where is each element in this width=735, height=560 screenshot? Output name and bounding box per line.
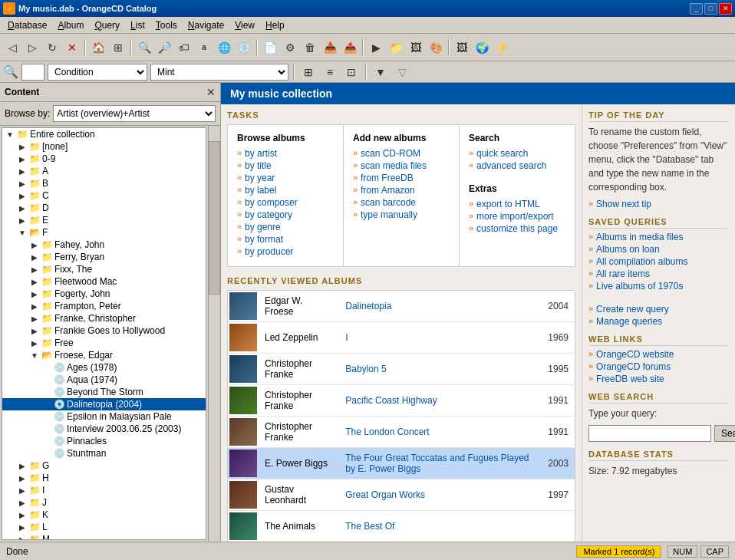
rv-row-7[interactable]: Gustav Leonhardt Great Organ Works 1997 (228, 479, 575, 511)
rv-row-5[interactable]: Christopher Franke The London Concert 19… (228, 417, 575, 448)
toolbar2-view2[interactable]: ≡ (321, 63, 339, 81)
tree-e[interactable]: ▶ 📁 E (2, 214, 206, 226)
toolbar-back[interactable]: ◁ (3, 38, 21, 57)
tree-pinnacles[interactable]: 💿 Pinnacles (2, 435, 206, 447)
tree-scrollbar-thumb[interactable] (209, 141, 220, 295)
tree-a[interactable]: ▶ 📁 A (2, 165, 206, 177)
link-freedb[interactable]: FreeDB web site (588, 374, 729, 384)
rv-row-8[interactable]: The Animals The Best Of (228, 511, 575, 542)
toolbar-folder[interactable]: 📁 (387, 38, 405, 57)
task-by-genre[interactable]: by genre (237, 222, 334, 232)
tree-m[interactable]: ▶ 📁 M (2, 533, 206, 540)
toolbar-web2[interactable]: 🌍 (473, 38, 491, 57)
browse-by-select[interactable]: Artist (overview)+Artist (53, 105, 216, 122)
toolbar2-filter2[interactable]: ▽ (393, 63, 411, 81)
task-by-composer[interactable]: by composer (237, 197, 334, 208)
left-panel-close[interactable]: ✕ (206, 86, 216, 98)
tree-root[interactable]: ▼ 📁 Entire collection (2, 128, 206, 140)
tree-k[interactable]: ▶ 📁 K (2, 509, 206, 521)
query-media-files[interactable]: Albums in media files (588, 232, 729, 242)
tree-f[interactable]: ▼ 📂 F (2, 226, 206, 239)
minimize-button[interactable]: _ (690, 3, 703, 15)
condition-select[interactable]: Condition (48, 64, 147, 81)
link-orangecd-website[interactable]: OrangeCD website (588, 349, 729, 360)
task-by-label[interactable]: by label (237, 185, 334, 196)
query-live-1970s[interactable]: Live albums of 1970s (588, 281, 729, 292)
toolbar-import[interactable]: 📥 (321, 38, 339, 57)
tree-scrollbar[interactable] (208, 126, 220, 542)
tree-froese[interactable]: ▼ 📂 Froese, Edgar (2, 349, 206, 361)
menu-view[interactable]: View (230, 18, 259, 32)
tree-ages[interactable]: 💿 Ages (1978) (2, 361, 206, 374)
toolbar-color[interactable]: 🎨 (427, 38, 445, 57)
menu-help[interactable]: Help (261, 18, 289, 32)
tree-beyond[interactable]: 💿 Beyond The Storm (2, 386, 206, 398)
task-scan-barcode[interactable]: scan barcode (353, 197, 450, 208)
tree-dalinetopia[interactable]: 💿 Dalinetopia (2004) (2, 398, 206, 410)
toolbar-search[interactable]: 🔍 (135, 38, 153, 57)
tree-h[interactable]: ▶ 📁 H (2, 472, 206, 484)
task-customize[interactable]: customize this page (469, 223, 565, 234)
link-orangecd-forums[interactable]: OrangeCD forums (588, 361, 729, 372)
task-by-format[interactable]: by format (237, 234, 334, 245)
tree-j[interactable]: ▶ 📁 J (2, 496, 206, 509)
task-by-year[interactable]: by year (237, 173, 334, 183)
toolbar2-view1[interactable]: ⊞ (299, 63, 318, 81)
tree-franke-c[interactable]: ▶ 📁 Franke, Christopher (2, 312, 206, 324)
rv-row-4[interactable]: Christopher Franke Pacific Coast Highway… (228, 385, 575, 417)
tree-fixx[interactable]: ▶ 📁 Fixx, The (2, 263, 206, 275)
rv-row-3[interactable]: Christopher Franke Babylon 5 1995 (228, 354, 575, 385)
rv-row-1[interactable]: Edgar W. Froese Dalinetopia 2004 (228, 291, 575, 322)
tree-epsilon[interactable]: 💿 Epsilon in Malaysian Pale (2, 410, 206, 423)
menu-database[interactable]: Database (3, 18, 51, 32)
toolbar2-view3[interactable]: ⊡ (342, 63, 361, 81)
toolbar-settings[interactable]: ⚙ (281, 38, 299, 57)
menu-query[interactable]: Query (90, 18, 124, 32)
maximize-button[interactable]: □ (704, 3, 717, 15)
tree-frampton[interactable]: ▶ 📁 Frampton, Peter (2, 300, 206, 312)
query-on-loan[interactable]: Albums on loan (588, 244, 729, 255)
toolbar-web[interactable]: 🌐 (215, 38, 233, 57)
tree-09[interactable]: ▶ 📁 0-9 (2, 153, 206, 165)
toolbar2-filter[interactable]: ▼ (371, 63, 390, 81)
tree-d[interactable]: ▶ 📁 D (2, 202, 206, 214)
tree-ferry[interactable]: ▶ 📁 Ferry, Bryan (2, 251, 206, 263)
task-by-producer[interactable]: by producer (237, 246, 334, 257)
task-from-freedb[interactable]: from FreeDB (353, 173, 450, 183)
toolbar-tag[interactable]: 🏷 (175, 38, 193, 57)
tree-l[interactable]: ▶ 📁 L (2, 521, 206, 533)
root-expand-icon[interactable]: ▼ (4, 130, 16, 139)
task-scan-media[interactable]: scan media files (353, 160, 450, 171)
tree-fogerty[interactable]: ▶ 📁 Fogerty, John (2, 288, 206, 300)
tree-i[interactable]: ▶ 📁 I (2, 484, 206, 496)
search-icon[interactable]: 🔍 (3, 64, 18, 79)
task-scan-cdrom[interactable]: scan CD-ROM (353, 148, 450, 159)
toolbar-find[interactable]: 🔎 (155, 38, 173, 57)
create-new-query[interactable]: Create new query (588, 304, 729, 315)
toolbar-photo[interactable]: 🖼 (407, 38, 425, 57)
window-controls[interactable]: _ □ ✕ (690, 3, 732, 15)
toolbar-export2[interactable]: 📤 (341, 38, 359, 57)
task-type-manually[interactable]: type manually (353, 209, 450, 220)
toolbar-amazon[interactable]: a (195, 38, 213, 57)
tree-aqua[interactable]: 💿 Aqua (1974) (2, 374, 206, 386)
toolbar-grid[interactable]: ⊞ (109, 38, 127, 57)
value-select[interactable]: Mint (150, 64, 288, 81)
rv-row-2[interactable]: Led Zeppelin I 1969 (228, 322, 575, 354)
task-more-import[interactable]: more import/export (469, 211, 565, 222)
close-button[interactable]: ✕ (719, 3, 732, 15)
query-compilation[interactable]: All compilation albums (588, 256, 729, 267)
tree-fahey[interactable]: ▶ 📁 Fahey, John (2, 239, 206, 251)
toolbar-forward[interactable]: ▷ (23, 38, 41, 57)
rv-row-6[interactable]: E. Power Biggs The Four Great Toccatas a… (228, 448, 575, 479)
search-button[interactable]: Search (714, 425, 735, 442)
toolbar-stop[interactable]: ✕ (63, 38, 81, 57)
tree-fleetwood[interactable]: ▶ 📁 Fleetwood Mac (2, 275, 206, 288)
tree-interview[interactable]: 💿 Interview 2003.06.25 (2003) (2, 423, 206, 435)
task-from-amazon[interactable]: from Amazon (353, 185, 450, 196)
menu-album[interactable]: Album (53, 18, 88, 32)
menu-list[interactable]: List (126, 18, 150, 32)
menu-tools[interactable]: Tools (151, 18, 182, 32)
toolbar-export[interactable]: 📄 (261, 38, 279, 57)
tree-c[interactable]: ▶ 📁 C (2, 189, 206, 202)
